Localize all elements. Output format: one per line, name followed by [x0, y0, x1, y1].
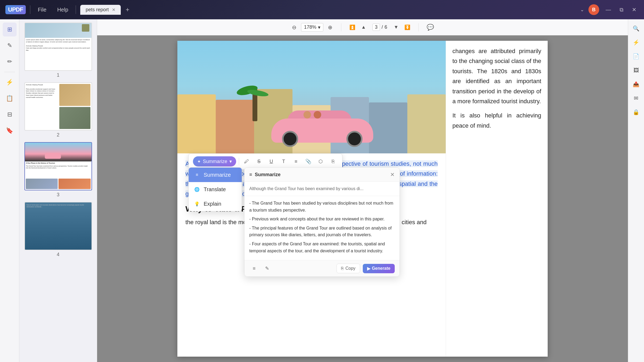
thumb-text-2: Animals Helping People Pets provide emot… [25, 83, 58, 130]
last-page-btn[interactable]: ⏬ [403, 23, 412, 32]
toolbar-divider-1 [341, 23, 341, 31]
prev-page-btn[interactable]: ▲ [359, 23, 368, 32]
doc-right: changes are attributed primarily to the … [446, 41, 548, 357]
title-bar: UPDF File Help pets report ✕ + ⌄ B — ⧉ ✕ [0, 0, 644, 19]
footer-edit-icon[interactable]: ✎ [262, 264, 272, 273]
thumb-card-2[interactable]: Animals Helping People Pets provide emot… [24, 82, 92, 131]
zoom-in-btn[interactable]: ⊕ [325, 23, 335, 32]
generate-label: Generate [372, 266, 390, 271]
page-current[interactable]: 3 [372, 24, 380, 31]
pages-tool-btn[interactable]: ⊞ [3, 23, 17, 36]
copy-btn[interactable]: ⎘ Copy [336, 264, 360, 273]
maximize-btn[interactable]: ⧉ [617, 6, 625, 14]
page-indicator: 3 / 6 [372, 24, 387, 31]
translate-menu-icon: 🌐 [193, 186, 200, 193]
panel-footer-icons: ≡ ✎ [249, 264, 272, 273]
thumb-card-1[interactable]: Lorem ipsum dolor sit amet, consectetur … [24, 23, 92, 71]
comment-btn[interactable]: 💬 [425, 22, 435, 32]
tab-add-btn[interactable]: + [123, 5, 132, 14]
close-btn[interactable]: ✕ [630, 5, 639, 14]
page-view[interactable]: Although the Grand Tour has been examine… [97, 35, 628, 362]
explain-menu-icon: 💡 [193, 200, 200, 207]
summary-bullet-3: - The principal features of the Grand To… [249, 225, 395, 238]
zoom-controls: ⊖ 178% ▾ ⊕ [290, 23, 335, 32]
r-tool-6-btn[interactable]: 🔒 [630, 106, 642, 118]
note-btn[interactable]: 📎 [303, 157, 313, 166]
page-sep: / [382, 24, 383, 30]
generate-icon: ▶ [367, 266, 370, 271]
app-logo: UPDF [5, 5, 26, 14]
underline-btn[interactable]: U [266, 157, 276, 166]
summarize-dropdown-arrow: ▾ [229, 158, 232, 164]
help-menu-btn[interactable]: Help [54, 5, 71, 14]
app-body: ⊞ ✎ ✏ ⚡ 📋 ⊟ 🔖 Lorem ipsum dolor sit amet… [0, 19, 644, 362]
thumb-title-3: A Key Phase in the History of Tourism [25, 161, 92, 165]
annotate-tool-btn[interactable]: ✏ [3, 55, 17, 69]
thumb-label-3: 3 [57, 192, 59, 198]
panel-input-area: Although the Grand Tour has been examine… [244, 182, 400, 196]
right-text-2: It is also helpful in achieving peace of… [452, 110, 541, 131]
next-page-btn[interactable]: ▼ [391, 23, 401, 32]
thumb-text-4: Natural landscapes and mountain destinat… [25, 202, 92, 209]
r-tool-4-btn[interactable]: 📤 [630, 78, 642, 90]
zoom-out-btn[interactable]: ⊖ [290, 23, 299, 32]
convert-tool-btn[interactable]: ⚡ [3, 75, 17, 89]
top-toolbar: ⊖ 178% ▾ ⊕ ⏫ ▲ 3 / 6 ▼ ⏬ 💬 [97, 19, 628, 35]
copy-label: Copy [345, 266, 355, 271]
thumb-label-4: 4 [57, 252, 59, 257]
title-divider-2 [76, 5, 76, 14]
organize-tool-btn[interactable]: 📋 [3, 91, 17, 105]
panel-input-text: Although the Grand Tour has been examine… [249, 186, 395, 192]
ocr-tool-btn[interactable]: ⊟ [3, 108, 17, 121]
panel-footer: ≡ ✎ ⎘ Copy ▶ Generate [244, 260, 400, 276]
summarize-menu-icon: ≡ [193, 171, 200, 178]
list-btn[interactable]: ≡ [291, 157, 301, 166]
content-area: ⊖ 178% ▾ ⊕ ⏫ ▲ 3 / 6 ▼ ⏬ 💬 [97, 19, 628, 362]
collapse-btn[interactable]: ⌄ [580, 7, 584, 13]
minimize-btn[interactable]: — [603, 6, 613, 14]
translate-menu-label: Translate [204, 186, 226, 193]
thumb-img-cat [82, 24, 89, 32]
first-page-btn[interactable]: ⏫ [348, 23, 357, 32]
menu-item-translate[interactable]: 🌐 Translate [189, 182, 242, 197]
r-tool-2-btn[interactable]: 📄 [630, 50, 642, 62]
r-search-btn[interactable]: 🔍 [630, 23, 642, 34]
panel-close-btn[interactable]: ✕ [390, 171, 395, 178]
tab-label: pets report [86, 7, 109, 13]
menu-item-explain[interactable]: 💡 Explain [189, 197, 242, 211]
thumb-card-3[interactable]: A Key Phase in the History of Tourism Th… [24, 142, 92, 190]
tab-close-btn[interactable]: ✕ [112, 7, 115, 12]
zoom-level-display[interactable]: 178% ▾ [301, 23, 323, 32]
r-tool-1-btn[interactable]: ⚡ [630, 36, 642, 48]
ai-summarize-btn[interactable]: ✦ Summarize ▾ [193, 156, 236, 167]
summary-bullet-1: - The Grand Tour has been studied by var… [249, 200, 395, 213]
left-toolbar: ⊞ ✎ ✏ ⚡ 📋 ⊟ 🔖 [0, 19, 19, 362]
file-menu-btn[interactable]: File [35, 5, 50, 14]
highlight-btn[interactable]: 🖊 [242, 157, 251, 166]
thumb-card-4[interactable]: Natural landscapes and mountain destinat… [24, 202, 92, 250]
bookmark-tool-btn[interactable]: 🔖 [3, 124, 17, 138]
summarize-menu-label: Summarize [204, 172, 231, 178]
r-tool-3-btn[interactable]: 🖼 [630, 64, 642, 76]
thumbnail-3[interactable]: A Key Phase in the History of Tourism Th… [21, 142, 95, 198]
text-color-btn[interactable]: T [279, 157, 288, 166]
summarize-label: Summarize [203, 159, 227, 164]
strikethrough-btn[interactable]: S [254, 157, 264, 166]
thumb-label-2: 2 [57, 132, 59, 138]
page-nav: ⏫ ▲ [348, 23, 368, 32]
footer-list-icon[interactable]: ≡ [249, 264, 259, 273]
edit-tool-btn[interactable]: ✎ [3, 39, 17, 53]
tool-divider-1 [4, 72, 15, 72]
tab-pets-report[interactable]: pets report ✕ [80, 5, 121, 15]
r-tool-5-btn[interactable]: ✉ [630, 92, 642, 104]
thumbnail-1[interactable]: Lorem ipsum dolor sit amet, consectetur … [21, 23, 95, 78]
thumbnail-4[interactable]: Natural landscapes and mountain destinat… [21, 202, 95, 257]
right-toolbar: 🔍 ⚡ 📄 🖼 📤 ✉ 🔒 [628, 19, 644, 362]
generate-btn[interactable]: ▶ Generate [363, 264, 395, 273]
avatar[interactable]: B [588, 4, 599, 15]
stamp-btn[interactable]: ⬡ [316, 157, 325, 166]
menu-item-summarize[interactable]: ≡ Summarize [189, 168, 242, 182]
thumbnail-2[interactable]: Animals Helping People Pets provide emot… [21, 82, 95, 138]
right-text-1: changes are attributed primarily to the … [452, 46, 541, 106]
copy-format-btn[interactable]: ⎘ [328, 157, 338, 166]
